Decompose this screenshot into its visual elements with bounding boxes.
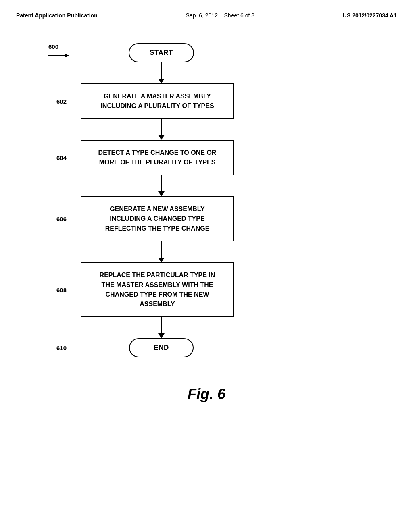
node-602: GENERATE A MASTER ASSEMBLY INCLUDING A P… — [81, 83, 234, 119]
label-600: 600 — [48, 43, 58, 50]
header-center: Sep. 6, 2012 Sheet 6 of 8 — [186, 12, 254, 19]
label-604: 604 — [56, 154, 67, 161]
page: Patent Application Publication Sep. 6, 2… — [0, 0, 413, 532]
label-608: 608 — [56, 287, 67, 293]
node-606: GENERATE A NEW ASSEMBLY INCLUDING A CHAN… — [81, 196, 234, 241]
arrow-3 — [81, 175, 242, 196]
label-606: 606 — [56, 216, 67, 222]
label-610: 610 — [56, 345, 67, 351]
flowchart: 600 START — [16, 31, 397, 370]
figure-caption: Fig. 6 — [16, 386, 397, 403]
svg-marker-1 — [65, 54, 69, 58]
node-608: REPLACE THE PARTICULAR TYPE IN THE MASTE… — [81, 262, 234, 317]
header-left: Patent Application Publication — [16, 12, 98, 19]
label-602: 602 — [56, 98, 67, 105]
node-604: DETECT A TYPE CHANGE TO ONE OR MORE OF T… — [81, 140, 234, 175]
end-node: END — [129, 338, 194, 357]
header-date: Sep. 6, 2012 — [186, 12, 218, 19]
header-sheet: Sheet 6 of 8 — [224, 12, 255, 19]
page-header: Patent Application Publication Sep. 6, 2… — [16, 8, 397, 27]
arrow-5 — [81, 317, 242, 338]
header-right: US 2012/0227034 A1 — [343, 12, 397, 19]
arrow-4 — [81, 241, 242, 262]
arrow-1 — [81, 62, 242, 83]
arrow-2 — [81, 119, 242, 140]
arrow-600-icon — [48, 52, 73, 60]
start-node: START — [129, 43, 194, 62]
